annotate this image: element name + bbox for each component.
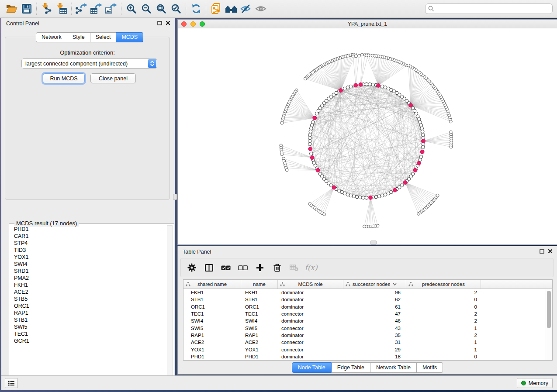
mcds-hub-node[interactable] bbox=[359, 83, 363, 86]
network-node[interactable] bbox=[374, 195, 378, 199]
cell-MCDS-role[interactable]: dominator bbox=[278, 333, 343, 338]
mcds-hub-node[interactable] bbox=[316, 168, 320, 172]
network-node[interactable] bbox=[384, 86, 387, 89]
network-leaf-node[interactable] bbox=[436, 194, 439, 197]
network-leaf-node[interactable] bbox=[285, 168, 288, 172]
network-leaf-node[interactable] bbox=[323, 213, 326, 216]
mcds-result-item[interactable]: FKH1 bbox=[11, 282, 166, 289]
mcds-hub-node[interactable] bbox=[339, 89, 343, 93]
refresh-layout-icon[interactable] bbox=[189, 2, 204, 15]
mcds-result-item[interactable]: PMA2 bbox=[11, 275, 166, 282]
network-node[interactable] bbox=[390, 190, 393, 194]
minimize-window-icon[interactable] bbox=[190, 21, 196, 27]
export-image-icon[interactable] bbox=[104, 2, 119, 15]
table-row[interactable]: ORC1ORC1dominator610 bbox=[183, 303, 552, 310]
tab-mcds[interactable]: MCDS bbox=[116, 32, 143, 42]
cell-name[interactable]: SWI5 bbox=[241, 326, 278, 331]
mcds-result-item[interactable]: STB1 bbox=[11, 316, 166, 323]
mcds-hub-node[interactable] bbox=[422, 139, 426, 143]
network-leaf-node[interactable] bbox=[365, 54, 368, 57]
network-node[interactable] bbox=[309, 127, 313, 130]
zoom-in-icon[interactable] bbox=[124, 2, 139, 15]
cell-shared-name[interactable]: ACE2 bbox=[183, 340, 241, 345]
mcds-result-item[interactable]: CAR1 bbox=[11, 233, 166, 240]
network-node[interactable] bbox=[359, 196, 362, 199]
float-table-panel-icon[interactable] bbox=[540, 249, 544, 254]
mcds-result-item[interactable]: YOX1 bbox=[11, 254, 166, 261]
cell-shared-name[interactable]: TEC1 bbox=[183, 311, 241, 316]
network-node[interactable] bbox=[308, 133, 312, 137]
network-leaf-node[interactable] bbox=[355, 55, 358, 58]
tab-node-table[interactable]: Node Table bbox=[292, 362, 332, 373]
cell-shared-name[interactable]: ORC1 bbox=[183, 304, 241, 309]
save-session-icon[interactable] bbox=[19, 2, 34, 15]
network-leaf-node[interactable] bbox=[280, 121, 284, 124]
table-row[interactable]: FKH1FKH1dominator962 bbox=[183, 289, 552, 296]
network-node[interactable] bbox=[421, 133, 425, 137]
table-row[interactable]: RAP1RAP1dominator352 bbox=[183, 332, 552, 339]
network-leaf-node[interactable] bbox=[304, 77, 307, 80]
table-scrollbar[interactable] bbox=[546, 289, 552, 360]
cell-MCDS-role[interactable]: dominator bbox=[278, 297, 343, 302]
mcds-result-item[interactable]: ACE2 bbox=[11, 289, 166, 296]
table-row[interactable]: STB1STB1dominator620 bbox=[183, 296, 552, 303]
tab-network-table[interactable]: Network Table bbox=[370, 362, 417, 373]
table-row[interactable]: PHD1PHD1dominator180 bbox=[183, 353, 552, 360]
mcds-hub-node[interactable] bbox=[310, 156, 314, 160]
cell-shared-name[interactable]: RAP1 bbox=[183, 333, 241, 338]
cell-shared-name[interactable]: STB1 bbox=[183, 297, 241, 302]
mcds-hub-node[interactable] bbox=[420, 150, 424, 154]
network-leaf-node[interactable] bbox=[360, 53, 363, 56]
deselect-all-icon[interactable] bbox=[237, 262, 249, 273]
first-neighbors-icon[interactable] bbox=[224, 2, 239, 15]
cell-name[interactable]: STB1 bbox=[241, 297, 278, 302]
cell-predecessor-nodes[interactable]: 0 bbox=[406, 304, 481, 309]
network-node[interactable] bbox=[411, 172, 415, 175]
network-node[interactable] bbox=[308, 136, 311, 140]
mcds-result-item[interactable]: SWI4 bbox=[11, 261, 166, 268]
network-node[interactable] bbox=[377, 195, 381, 198]
network-canvas[interactable] bbox=[178, 28, 557, 244]
cell-successor-nodes[interactable]: 31 bbox=[343, 340, 406, 345]
mcds-result-item[interactable]: TID3 bbox=[11, 247, 166, 254]
mcds-hub-node[interactable] bbox=[369, 196, 373, 199]
mcds-hub-node[interactable] bbox=[393, 188, 397, 192]
memory-button[interactable]: Memory bbox=[517, 378, 553, 388]
mcds-hub-node[interactable] bbox=[308, 147, 312, 151]
mcds-result-item[interactable]: STB5 bbox=[11, 296, 166, 303]
mcds-result-list[interactable]: PHD1CAR1STP4TID3YOX1SWI4SRD1PMA2FKH1ACE2… bbox=[11, 226, 166, 384]
close-panel-button[interactable]: Close panel bbox=[90, 73, 136, 83]
add-icon[interactable] bbox=[254, 262, 266, 273]
zoom-out-icon[interactable] bbox=[139, 2, 154, 15]
network-node[interactable] bbox=[381, 85, 384, 88]
mcds-result-item[interactable]: GCR1 bbox=[11, 337, 166, 344]
cell-MCDS-role[interactable]: connector bbox=[278, 311, 343, 316]
tab-motifs[interactable]: Motifs bbox=[417, 362, 443, 373]
table-row[interactable]: SWI5SWI5connector431 bbox=[183, 324, 552, 331]
select-all-icon[interactable] bbox=[220, 262, 232, 273]
search-box[interactable] bbox=[425, 3, 553, 14]
cell-shared-name[interactable]: FKH1 bbox=[183, 290, 241, 295]
mcds-result-item[interactable]: PHD1 bbox=[11, 226, 166, 233]
cell-name[interactable]: TEC1 bbox=[241, 311, 278, 316]
cell-MCDS-role[interactable]: connector bbox=[278, 347, 343, 352]
cell-successor-nodes[interactable]: 18 bbox=[343, 354, 406, 359]
cell-MCDS-role[interactable]: dominator bbox=[278, 304, 343, 309]
cell-predecessor-nodes[interactable]: 2 bbox=[406, 333, 481, 338]
close-window-icon[interactable] bbox=[181, 21, 187, 27]
cell-successor-nodes[interactable]: 96 bbox=[343, 290, 406, 295]
cell-predecessor-nodes[interactable]: 0 bbox=[406, 297, 481, 302]
network-node[interactable] bbox=[400, 184, 404, 187]
network-node[interactable] bbox=[349, 85, 353, 88]
column-header-predecessor-nodes[interactable]: predecessor nodes bbox=[406, 280, 481, 289]
mcds-result-item[interactable]: RAP1 bbox=[11, 309, 166, 316]
mcds-hub-node[interactable] bbox=[354, 83, 358, 87]
import-table-icon[interactable] bbox=[54, 2, 69, 15]
network-node[interactable] bbox=[309, 130, 312, 133]
cell-successor-nodes[interactable]: 29 bbox=[343, 347, 406, 352]
cell-MCDS-role[interactable]: dominator bbox=[278, 290, 343, 295]
export-table-icon[interactable] bbox=[89, 2, 104, 15]
tab-style[interactable]: Style bbox=[67, 32, 90, 42]
run-mcds-button[interactable]: Run MCDS bbox=[43, 73, 85, 83]
cell-successor-nodes[interactable]: 62 bbox=[343, 297, 406, 302]
